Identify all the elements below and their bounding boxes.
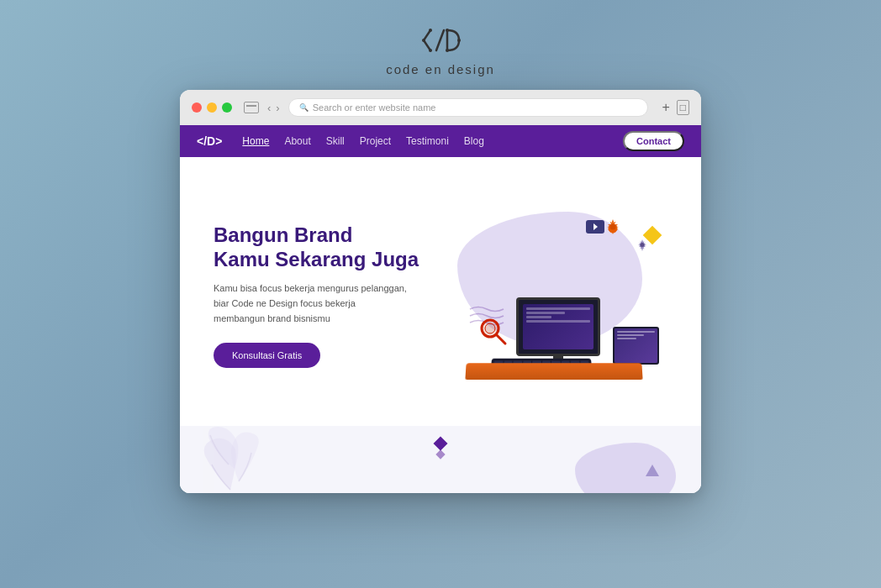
traffic-lights — [192, 102, 232, 113]
svg-line-5 — [436, 30, 444, 50]
desk-platform — [465, 363, 642, 380]
svg-point-2 — [429, 29, 432, 32]
url-bar-text: Search or enter website name — [313, 102, 436, 113]
play-icon — [593, 223, 598, 230]
logo-text: </D> — [197, 134, 222, 148]
triangle-decoration — [646, 465, 659, 476]
scroll-diamond-2 — [435, 449, 445, 459]
screen-line-1 — [526, 307, 591, 310]
svg-line-1 — [424, 40, 430, 50]
play-badge — [586, 220, 604, 234]
nav-blog[interactable]: Blog — [464, 135, 484, 147]
bottom-section — [180, 426, 701, 493]
sd-line-2 — [617, 334, 644, 336]
screen-line-3 — [526, 316, 552, 318]
svg-point-4 — [429, 49, 432, 52]
monitor — [516, 297, 600, 365]
copy-tab-icon[interactable]: □ — [677, 100, 689, 115]
site-navigation: </D> Home About Skill Project Testimoni … — [180, 125, 701, 157]
svg-line-15 — [497, 335, 505, 344]
brand-name-text: code en design — [386, 62, 495, 76]
browser-window: ‹ › 🔍 Search or enter website name + □ <… — [180, 90, 701, 493]
sd-line-1 — [617, 331, 655, 333]
sd-line-3 — [617, 338, 636, 339]
svg-point-8 — [446, 49, 449, 52]
hero-left: Bangun Brand Kamu Sekarang Juga Kamu bis… — [214, 223, 440, 368]
screen-line-4 — [526, 320, 591, 323]
leaf-decoration — [197, 426, 281, 493]
svg-point-7 — [446, 29, 449, 32]
nav-project[interactable]: Project — [360, 135, 391, 147]
nav-testimoni[interactable]: Testimoni — [406, 135, 449, 147]
svg-point-11 — [610, 224, 616, 230]
navigation-arrows: ‹ › — [267, 102, 280, 114]
brand-header: code en design — [386, 24, 495, 76]
hero-illustration — [440, 203, 676, 388]
hero-title: Bangun Brand Kamu Sekarang Juga — [214, 223, 440, 272]
small-device — [613, 327, 659, 365]
browser-actions: + □ — [662, 100, 689, 115]
small-device-screen — [615, 328, 657, 363]
svg-point-3 — [422, 39, 425, 42]
cta-button[interactable]: Konsultasi Gratis — [214, 343, 320, 368]
nav-about[interactable]: About — [284, 135, 310, 147]
tab-view-icon[interactable] — [244, 102, 259, 113]
monitor-screen-inner — [523, 304, 594, 349]
hero-right — [440, 195, 676, 396]
forward-arrow[interactable]: › — [276, 102, 279, 114]
nav-links: Home About Skill Project Testimoni Blog — [242, 135, 623, 147]
nav-skill[interactable]: Skill — [326, 135, 345, 147]
hero-section: Bangun Brand Kamu Sekarang Juga Kamu bis… — [180, 157, 701, 426]
hero-subtitle: Kamu bisa focus bekerja mengurus pelangg… — [214, 281, 407, 326]
scroll-indicator — [435, 438, 446, 458]
svg-point-9 — [457, 39, 461, 42]
monitor-screen — [516, 297, 600, 356]
back-arrow[interactable]: ‹ — [267, 102, 271, 114]
close-button[interactable] — [192, 102, 202, 113]
svg-point-12 — [641, 243, 645, 247]
svg-point-14 — [485, 323, 495, 333]
brand-logo — [415, 24, 466, 57]
search-icon: 🔍 — [299, 103, 309, 112]
site-logo: </D> — [197, 134, 222, 148]
contact-button[interactable]: Contact — [623, 131, 684, 151]
svg-line-0 — [424, 30, 430, 40]
blob-bottom-right — [575, 443, 676, 493]
url-bar[interactable]: 🔍 Search or enter website name — [288, 98, 649, 117]
new-tab-icon[interactable]: + — [662, 100, 669, 115]
minimize-button[interactable] — [207, 102, 217, 113]
maximize-button[interactable] — [222, 102, 232, 113]
screen-line-2 — [526, 312, 565, 314]
website-content: </D> Home About Skill Project Testimoni … — [180, 125, 701, 493]
browser-chrome: ‹ › 🔍 Search or enter website name + □ — [180, 90, 701, 125]
magnifier-icon — [478, 317, 508, 346]
scroll-diamond-icon — [434, 437, 448, 451]
nav-home[interactable]: Home — [242, 135, 269, 147]
